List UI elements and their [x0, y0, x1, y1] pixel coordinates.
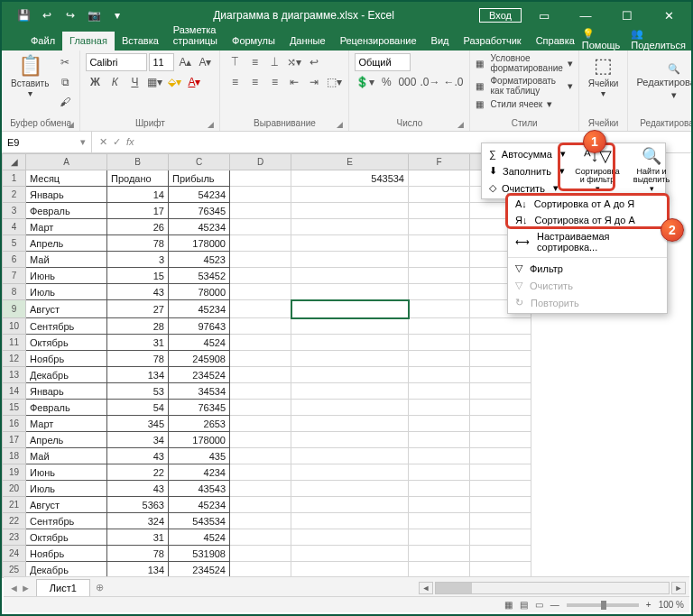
hscroll-left-icon[interactable]: ◄	[419, 582, 433, 594]
cell[interactable]	[409, 284, 470, 300]
dec-decimal-icon[interactable]: ←.0	[442, 73, 464, 91]
undo-icon[interactable]: ↩	[36, 5, 58, 25]
cell[interactable]	[291, 284, 409, 300]
cell[interactable]	[409, 448, 470, 464]
cell[interactable]: 5363	[107, 497, 169, 513]
tab-page-layout[interactable]: Разметка страницы	[166, 21, 225, 51]
cell[interactable]	[291, 546, 409, 562]
bold-icon[interactable]: Ж	[86, 73, 104, 91]
cell[interactable]	[470, 400, 531, 416]
cell[interactable]	[409, 187, 470, 203]
col-header[interactable]: C	[169, 154, 230, 170]
col-header[interactable]: D	[230, 154, 291, 170]
cell[interactable]: 76345	[169, 400, 230, 416]
cell[interactable]: Сентябрь	[26, 513, 107, 529]
cell[interactable]	[409, 170, 470, 187]
clipboard-launcher-icon[interactable]: ◢	[68, 120, 74, 129]
merge-icon[interactable]: ⬚▾	[325, 73, 343, 91]
cell[interactable]	[230, 416, 291, 432]
row-header[interactable]: 10	[3, 318, 26, 335]
font-launcher-icon[interactable]: ◢	[208, 120, 214, 129]
sort-za-item[interactable]: Я↓Сортировка от Я до А	[508, 212, 667, 228]
number-format-select[interactable]	[355, 53, 411, 71]
cell[interactable]	[230, 367, 291, 383]
cell[interactable]	[409, 235, 470, 252]
cell[interactable]	[470, 432, 531, 448]
copy-icon[interactable]: ⧉	[56, 73, 74, 91]
cell[interactable]: 543534	[169, 513, 230, 529]
hscroll-track[interactable]	[435, 582, 670, 594]
cell[interactable]: Апрель	[26, 235, 107, 252]
cell[interactable]	[409, 300, 470, 318]
cell[interactable]: Октябрь	[26, 335, 107, 351]
cell[interactable]: Ноябрь	[26, 546, 107, 562]
cell[interactable]	[291, 351, 409, 367]
fill-color-icon[interactable]: ⬙▾	[165, 73, 183, 91]
custom-sort-item[interactable]: ⟷Настраиваемая сортировка...	[508, 228, 667, 255]
row-header[interactable]: 15	[3, 400, 26, 416]
editing-button[interactable]: 🔍Редактирование▾	[633, 53, 693, 111]
cell[interactable]: 76345	[169, 203, 230, 219]
cell[interactable]: 543534	[291, 170, 409, 187]
row-header[interactable]: 2	[3, 187, 26, 203]
row-header[interactable]: 12	[3, 351, 26, 367]
cell[interactable]	[470, 529, 531, 546]
redo-icon[interactable]: ↪	[60, 5, 81, 25]
cell[interactable]: 134	[107, 367, 169, 383]
cell[interactable]: Месяц	[26, 170, 107, 187]
autosum-button[interactable]: ∑Автосумма ▾	[484, 145, 571, 162]
close-icon[interactable]: ✕	[650, 3, 688, 28]
tab-data[interactable]: Данные	[282, 32, 333, 51]
tab-view[interactable]: Вид	[424, 32, 457, 51]
border-icon[interactable]: ▦▾	[145, 73, 163, 91]
cell[interactable]: Июнь	[26, 268, 107, 284]
cell[interactable]: 53452	[169, 268, 230, 284]
font-name-select[interactable]	[86, 53, 147, 71]
cell[interactable]	[291, 187, 409, 203]
cell[interactable]	[409, 400, 470, 416]
cell[interactable]	[291, 513, 409, 529]
cell[interactable]: 78	[107, 546, 169, 562]
cell[interactable]	[291, 300, 409, 318]
cell[interactable]	[409, 252, 470, 268]
cell[interactable]: Апрель	[26, 432, 107, 448]
cell[interactable]: Продано	[107, 170, 169, 187]
ribbon-options-icon[interactable]: ▭	[525, 3, 563, 28]
cell[interactable]	[409, 416, 470, 432]
cell[interactable]: 45234	[169, 219, 230, 235]
cell[interactable]	[470, 448, 531, 464]
cell[interactable]	[230, 464, 291, 481]
zoom-slider[interactable]	[567, 603, 639, 607]
cell[interactable]: Июль	[26, 481, 107, 497]
cell[interactable]: 43	[107, 481, 169, 497]
cell[interactable]: 43	[107, 448, 169, 464]
cell[interactable]: 245908	[169, 351, 230, 367]
fill-button[interactable]: ⬇Заполнить ▾	[484, 162, 571, 179]
cell[interactable]	[470, 383, 531, 400]
cell[interactable]: Декабрь	[26, 562, 107, 578]
cell[interactable]: 53	[107, 383, 169, 400]
cell[interactable]	[291, 562, 409, 578]
tab-home[interactable]: Главная	[62, 32, 115, 51]
cell[interactable]: Ноябрь	[26, 351, 107, 367]
cell[interactable]	[230, 546, 291, 562]
cell[interactable]	[230, 562, 291, 578]
cell[interactable]	[291, 219, 409, 235]
cell[interactable]	[470, 481, 531, 497]
tab-help[interactable]: Справка	[529, 32, 582, 51]
cell[interactable]: 17	[107, 203, 169, 219]
align-middle-icon[interactable]: ≡	[245, 53, 263, 71]
cell[interactable]	[230, 448, 291, 464]
cell[interactable]: Май	[26, 448, 107, 464]
cell[interactable]: 14	[107, 187, 169, 203]
cell[interactable]	[409, 335, 470, 351]
cell[interactable]	[230, 529, 291, 546]
cell[interactable]	[291, 529, 409, 546]
camera-icon[interactable]: 📷	[83, 5, 105, 25]
row-header[interactable]: 6	[3, 252, 26, 268]
zoom-out-icon[interactable]: —	[550, 600, 559, 610]
cell[interactable]: Январь	[26, 187, 107, 203]
cell[interactable]	[470, 513, 531, 529]
font-color-icon[interactable]: A▾	[185, 73, 203, 91]
save-icon[interactable]: 💾	[13, 5, 34, 25]
